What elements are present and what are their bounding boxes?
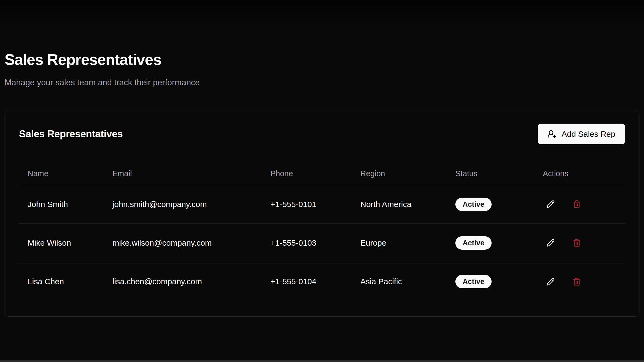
edit-button[interactable] <box>543 235 558 250</box>
column-header-name: Name <box>19 162 104 185</box>
window-bottom-edge <box>0 360 644 362</box>
column-header-region: Region <box>352 162 447 185</box>
rep-status-cell: Active <box>447 185 534 224</box>
table-row: Lisa Chen lisa.chen@company.com +1-555-0… <box>19 262 625 301</box>
card-header: Sales Representatives Add Sales Rep <box>19 122 625 146</box>
rep-status-cell: Active <box>447 224 534 262</box>
edit-button[interactable] <box>543 197 558 212</box>
rep-phone: +1-555-0103 <box>262 224 352 262</box>
rep-email: mike.wilson@company.com <box>104 224 262 262</box>
add-sales-rep-button-label: Add Sales Rep <box>562 130 615 139</box>
rep-actions-cell <box>534 185 625 224</box>
status-badge: Active <box>455 236 492 250</box>
table-row: John Smith john.smith@company.com +1-555… <box>19 185 625 224</box>
rep-actions-cell <box>534 262 625 301</box>
page-subtitle: Manage your sales team and track their p… <box>5 77 639 88</box>
rep-phone: +1-555-0104 <box>262 262 352 301</box>
pencil-icon <box>546 239 555 247</box>
rep-actions-cell <box>534 224 625 262</box>
row-actions <box>543 274 617 289</box>
trash-icon <box>573 278 581 286</box>
row-actions <box>543 235 617 250</box>
delete-button[interactable] <box>569 235 584 250</box>
rep-region: Asia Pacific <box>352 262 447 301</box>
sales-reps-table: Name Email Phone Region Status Actions J… <box>19 162 625 301</box>
delete-button[interactable] <box>569 197 584 212</box>
status-badge: Active <box>455 198 492 211</box>
card-title: Sales Representatives <box>19 128 123 140</box>
delete-button[interactable] <box>569 274 584 289</box>
rep-email: lisa.chen@company.com <box>104 262 262 301</box>
rep-name: John Smith <box>19 185 104 224</box>
page: Sales Representatives Manage your sales … <box>0 0 644 317</box>
column-header-status: Status <box>447 162 534 185</box>
sales-reps-card: Sales Representatives Add Sales Rep Name… <box>5 110 639 317</box>
rep-name: Lisa Chen <box>19 262 104 301</box>
rep-email: john.smith@company.com <box>104 185 262 224</box>
rep-region: Europe <box>352 224 447 262</box>
table-header-row: Name Email Phone Region Status Actions <box>19 162 625 185</box>
column-header-actions: Actions <box>534 162 625 185</box>
rep-phone: +1-555-0101 <box>262 185 352 224</box>
table-row: Mike Wilson mike.wilson@company.com +1-5… <box>19 224 625 262</box>
column-header-email: Email <box>104 162 262 185</box>
user-plus-icon <box>547 130 556 138</box>
add-sales-rep-button[interactable]: Add Sales Rep <box>538 124 625 144</box>
row-actions <box>543 197 617 212</box>
rep-region: North America <box>352 185 447 224</box>
rep-name: Mike Wilson <box>19 224 104 262</box>
status-badge: Active <box>455 275 492 288</box>
page-title: Sales Representatives <box>5 50 639 69</box>
trash-icon <box>573 200 581 208</box>
pencil-icon <box>546 278 555 286</box>
column-header-phone: Phone <box>262 162 352 185</box>
trash-icon <box>573 239 581 247</box>
edit-button[interactable] <box>543 274 558 289</box>
rep-status-cell: Active <box>447 262 534 301</box>
pencil-icon <box>546 200 555 208</box>
